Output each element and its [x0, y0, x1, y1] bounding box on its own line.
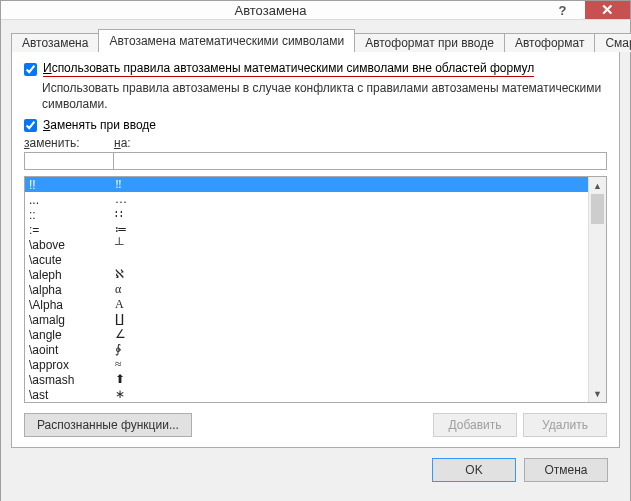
- cell-from: \alpha: [29, 283, 115, 297]
- ok-button[interactable]: OK: [432, 458, 516, 482]
- list-body[interactable]: !!‼...…::∷:=≔\above┴\acute\alephℵ\alphaα…: [25, 177, 588, 402]
- window-title: Автозамена: [1, 3, 540, 18]
- table-row[interactable]: ::∷: [25, 207, 588, 222]
- cell-to: ∐: [115, 312, 588, 327]
- column-headers: заменить: на:: [24, 136, 607, 150]
- tab-strip: Автозамена Автозамена математическими си…: [11, 28, 620, 51]
- cell-to: ≔: [115, 222, 588, 237]
- cell-from: \acute: [29, 253, 115, 267]
- scroll-track[interactable]: [589, 194, 606, 385]
- cell-from: ...: [29, 193, 115, 207]
- table-row[interactable]: \angle∠: [25, 327, 588, 342]
- tab-autoformat[interactable]: Автоформат: [504, 33, 596, 52]
- tab-math-autocorrect[interactable]: Автозамена математическими символами: [98, 29, 355, 51]
- cell-from: :=: [29, 223, 115, 237]
- titlebar-buttons: ? ✕: [540, 1, 630, 19]
- help-button[interactable]: ?: [540, 1, 585, 19]
- tab-panel: Использовать правила автозамены математи…: [11, 50, 620, 448]
- table-row[interactable]: \amalg∐: [25, 312, 588, 327]
- cell-to: α: [115, 282, 588, 297]
- use-outside-math-row[interactable]: Использовать правила автозамены математи…: [24, 61, 607, 77]
- replace-input[interactable]: [24, 152, 114, 170]
- client-area: Автозамена Автозамена математическими си…: [1, 20, 630, 501]
- table-row[interactable]: \alphaα: [25, 282, 588, 297]
- use-outside-math-label: Использовать правила автозамены математи…: [43, 61, 534, 77]
- dialog-footer: OK Отмена: [11, 448, 620, 492]
- table-row[interactable]: \AlphaΑ: [25, 297, 588, 312]
- scroll-thumb[interactable]: [591, 194, 604, 224]
- replacements-list: !!‼...…::∷:=≔\above┴\acute\alephℵ\alphaα…: [24, 176, 607, 403]
- inputs-row: [24, 152, 607, 170]
- tab-autoformat-typing[interactable]: Автоформат при вводе: [354, 33, 505, 52]
- close-button[interactable]: ✕: [585, 1, 630, 19]
- recognized-functions-button[interactable]: Распознанные функции...: [24, 413, 192, 437]
- cell-from: \aoint: [29, 343, 115, 357]
- cell-to: …: [115, 192, 588, 207]
- cell-from: \aleph: [29, 268, 115, 282]
- table-row[interactable]: !!‼: [25, 177, 588, 192]
- cell-to: ∳: [115, 342, 588, 357]
- delete-button[interactable]: Удалить: [523, 413, 607, 437]
- cell-from: \above: [29, 238, 115, 252]
- replace-as-you-type-row[interactable]: Заменять при вводе: [24, 118, 607, 132]
- cell-to: ℵ: [115, 267, 588, 282]
- cell-to: Α: [115, 297, 588, 312]
- table-row[interactable]: \aoint∳: [25, 342, 588, 357]
- cell-to: ∠: [115, 327, 588, 342]
- table-row[interactable]: \asmash⬆: [25, 372, 588, 387]
- cell-from: ::: [29, 208, 115, 222]
- cell-from: \amalg: [29, 313, 115, 327]
- header-replace: заменить:: [24, 136, 114, 150]
- table-row[interactable]: :=≔: [25, 222, 588, 237]
- tab-autocorrect[interactable]: Автозамена: [11, 33, 99, 52]
- scrollbar[interactable]: ▲ ▼: [588, 177, 606, 402]
- add-button[interactable]: Добавить: [433, 413, 517, 437]
- cell-from: \asmash: [29, 373, 115, 387]
- with-input[interactable]: [113, 152, 607, 170]
- cell-from: !!: [29, 178, 115, 192]
- cell-to: ∗: [115, 387, 588, 402]
- dialog-window: Автозамена ? ✕ Автозамена Автозамена мат…: [0, 0, 631, 501]
- header-with: на:: [114, 136, 607, 150]
- conflict-description: Использовать правила автозамены в случае…: [42, 81, 607, 112]
- cancel-button[interactable]: Отмена: [524, 458, 608, 482]
- table-row[interactable]: \above┴: [25, 237, 588, 252]
- cell-from: \approx: [29, 358, 115, 372]
- table-row[interactable]: \approx≈: [25, 357, 588, 372]
- use-outside-math-checkbox[interactable]: [24, 63, 37, 76]
- cell-to: ⬆: [115, 372, 588, 387]
- cell-to: ∷: [115, 207, 588, 222]
- cell-from: \ast: [29, 388, 115, 402]
- table-row[interactable]: \ast∗: [25, 387, 588, 402]
- replace-as-you-type-label: Заменять при вводе: [43, 118, 156, 132]
- tab-smart-tags[interactable]: Смарт-теги: [594, 33, 631, 52]
- cell-from: \angle: [29, 328, 115, 342]
- cell-to: ┴: [115, 237, 588, 252]
- titlebar: Автозамена ? ✕: [1, 1, 630, 20]
- cell-from: \Alpha: [29, 298, 115, 312]
- panel-buttons: Распознанные функции... Добавить Удалить: [24, 413, 607, 437]
- cell-to: ‼: [115, 177, 588, 192]
- scroll-down-button[interactable]: ▼: [589, 385, 606, 402]
- table-row[interactable]: \alephℵ: [25, 267, 588, 282]
- scroll-up-button[interactable]: ▲: [589, 177, 606, 194]
- table-row[interactable]: ...…: [25, 192, 588, 207]
- cell-to: ≈: [115, 357, 588, 372]
- replace-as-you-type-checkbox[interactable]: [24, 119, 37, 132]
- table-row[interactable]: \acute: [25, 252, 588, 267]
